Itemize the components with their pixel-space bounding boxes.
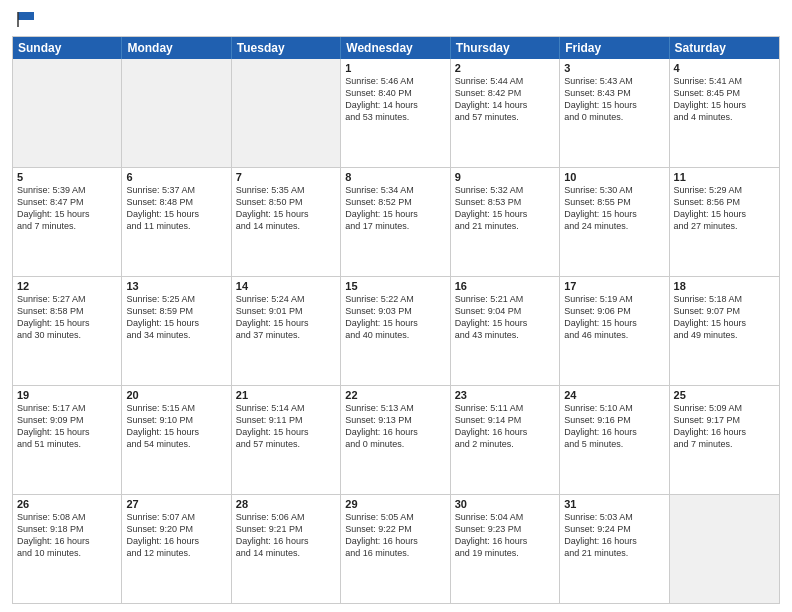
cal-cell-2-2: 14Sunrise: 5:24 AM Sunset: 9:01 PM Dayli… [232,277,341,385]
cal-cell-3-0: 19Sunrise: 5:17 AM Sunset: 9:09 PM Dayli… [13,386,122,494]
cal-cell-0-1 [122,59,231,167]
cal-cell-0-2 [232,59,341,167]
cal-week-3: 19Sunrise: 5:17 AM Sunset: 9:09 PM Dayli… [13,386,779,495]
day-number: 17 [564,280,664,292]
day-number: 2 [455,62,555,74]
day-info: Sunrise: 5:29 AM Sunset: 8:56 PM Dayligh… [674,184,775,233]
cal-cell-0-4: 2Sunrise: 5:44 AM Sunset: 8:42 PM Daylig… [451,59,560,167]
day-number: 4 [674,62,775,74]
cal-cell-2-4: 16Sunrise: 5:21 AM Sunset: 9:04 PM Dayli… [451,277,560,385]
day-info: Sunrise: 5:21 AM Sunset: 9:04 PM Dayligh… [455,293,555,342]
day-info: Sunrise: 5:34 AM Sunset: 8:52 PM Dayligh… [345,184,445,233]
cal-header-friday: Friday [560,37,669,59]
cal-cell-0-3: 1Sunrise: 5:46 AM Sunset: 8:40 PM Daylig… [341,59,450,167]
cal-header-monday: Monday [122,37,231,59]
day-number: 27 [126,498,226,510]
cal-cell-0-0 [13,59,122,167]
day-number: 31 [564,498,664,510]
day-number: 28 [236,498,336,510]
day-number: 5 [17,171,117,183]
cal-cell-2-6: 18Sunrise: 5:18 AM Sunset: 9:07 PM Dayli… [670,277,779,385]
cal-cell-2-1: 13Sunrise: 5:25 AM Sunset: 8:59 PM Dayli… [122,277,231,385]
cal-header-tuesday: Tuesday [232,37,341,59]
cal-week-2: 12Sunrise: 5:27 AM Sunset: 8:58 PM Dayli… [13,277,779,386]
cal-cell-4-5: 31Sunrise: 5:03 AM Sunset: 9:24 PM Dayli… [560,495,669,603]
day-number: 18 [674,280,775,292]
cal-header-sunday: Sunday [13,37,122,59]
day-number: 6 [126,171,226,183]
day-info: Sunrise: 5:32 AM Sunset: 8:53 PM Dayligh… [455,184,555,233]
day-info: Sunrise: 5:03 AM Sunset: 9:24 PM Dayligh… [564,511,664,560]
day-info: Sunrise: 5:27 AM Sunset: 8:58 PM Dayligh… [17,293,117,342]
day-number: 15 [345,280,445,292]
day-number: 8 [345,171,445,183]
cal-cell-2-5: 17Sunrise: 5:19 AM Sunset: 9:06 PM Dayli… [560,277,669,385]
day-info: Sunrise: 5:30 AM Sunset: 8:55 PM Dayligh… [564,184,664,233]
day-number: 26 [17,498,117,510]
day-info: Sunrise: 5:44 AM Sunset: 8:42 PM Dayligh… [455,75,555,124]
calendar: SundayMondayTuesdayWednesdayThursdayFrid… [12,36,780,604]
cal-header-saturday: Saturday [670,37,779,59]
cal-cell-1-4: 9Sunrise: 5:32 AM Sunset: 8:53 PM Daylig… [451,168,560,276]
logo [12,10,36,28]
header [12,10,780,28]
day-number: 16 [455,280,555,292]
day-info: Sunrise: 5:25 AM Sunset: 8:59 PM Dayligh… [126,293,226,342]
day-info: Sunrise: 5:43 AM Sunset: 8:43 PM Dayligh… [564,75,664,124]
cal-week-1: 5Sunrise: 5:39 AM Sunset: 8:47 PM Daylig… [13,168,779,277]
cal-cell-4-0: 26Sunrise: 5:08 AM Sunset: 9:18 PM Dayli… [13,495,122,603]
calendar-body: 1Sunrise: 5:46 AM Sunset: 8:40 PM Daylig… [13,59,779,603]
day-number: 12 [17,280,117,292]
day-number: 9 [455,171,555,183]
cal-cell-0-5: 3Sunrise: 5:43 AM Sunset: 8:43 PM Daylig… [560,59,669,167]
logo-flag-icon [14,10,36,28]
day-info: Sunrise: 5:08 AM Sunset: 9:18 PM Dayligh… [17,511,117,560]
day-number: 21 [236,389,336,401]
day-info: Sunrise: 5:35 AM Sunset: 8:50 PM Dayligh… [236,184,336,233]
day-info: Sunrise: 5:09 AM Sunset: 9:17 PM Dayligh… [674,402,775,451]
day-info: Sunrise: 5:07 AM Sunset: 9:20 PM Dayligh… [126,511,226,560]
day-info: Sunrise: 5:15 AM Sunset: 9:10 PM Dayligh… [126,402,226,451]
cal-cell-2-3: 15Sunrise: 5:22 AM Sunset: 9:03 PM Dayli… [341,277,450,385]
cal-cell-4-2: 28Sunrise: 5:06 AM Sunset: 9:21 PM Dayli… [232,495,341,603]
day-info: Sunrise: 5:10 AM Sunset: 9:16 PM Dayligh… [564,402,664,451]
day-number: 3 [564,62,664,74]
day-info: Sunrise: 5:19 AM Sunset: 9:06 PM Dayligh… [564,293,664,342]
day-number: 13 [126,280,226,292]
calendar-header-row: SundayMondayTuesdayWednesdayThursdayFrid… [13,37,779,59]
cal-cell-1-1: 6Sunrise: 5:37 AM Sunset: 8:48 PM Daylig… [122,168,231,276]
cal-cell-3-4: 23Sunrise: 5:11 AM Sunset: 9:14 PM Dayli… [451,386,560,494]
cal-cell-3-2: 21Sunrise: 5:14 AM Sunset: 9:11 PM Dayli… [232,386,341,494]
cal-cell-1-2: 7Sunrise: 5:35 AM Sunset: 8:50 PM Daylig… [232,168,341,276]
cal-cell-1-0: 5Sunrise: 5:39 AM Sunset: 8:47 PM Daylig… [13,168,122,276]
page-container: SundayMondayTuesdayWednesdayThursdayFrid… [0,0,792,612]
cal-header-thursday: Thursday [451,37,560,59]
cal-cell-1-6: 11Sunrise: 5:29 AM Sunset: 8:56 PM Dayli… [670,168,779,276]
day-number: 23 [455,389,555,401]
day-number: 24 [564,389,664,401]
day-number: 1 [345,62,445,74]
day-number: 30 [455,498,555,510]
day-info: Sunrise: 5:41 AM Sunset: 8:45 PM Dayligh… [674,75,775,124]
day-info: Sunrise: 5:17 AM Sunset: 9:09 PM Dayligh… [17,402,117,451]
day-info: Sunrise: 5:05 AM Sunset: 9:22 PM Dayligh… [345,511,445,560]
day-info: Sunrise: 5:14 AM Sunset: 9:11 PM Dayligh… [236,402,336,451]
day-number: 20 [126,389,226,401]
cal-week-4: 26Sunrise: 5:08 AM Sunset: 9:18 PM Dayli… [13,495,779,603]
cal-cell-1-3: 8Sunrise: 5:34 AM Sunset: 8:52 PM Daylig… [341,168,450,276]
day-info: Sunrise: 5:04 AM Sunset: 9:23 PM Dayligh… [455,511,555,560]
cal-cell-0-6: 4Sunrise: 5:41 AM Sunset: 8:45 PM Daylig… [670,59,779,167]
cal-cell-4-3: 29Sunrise: 5:05 AM Sunset: 9:22 PM Dayli… [341,495,450,603]
day-info: Sunrise: 5:11 AM Sunset: 9:14 PM Dayligh… [455,402,555,451]
day-info: Sunrise: 5:46 AM Sunset: 8:40 PM Dayligh… [345,75,445,124]
cal-cell-4-6 [670,495,779,603]
cal-cell-3-1: 20Sunrise: 5:15 AM Sunset: 9:10 PM Dayli… [122,386,231,494]
day-info: Sunrise: 5:13 AM Sunset: 9:13 PM Dayligh… [345,402,445,451]
day-info: Sunrise: 5:37 AM Sunset: 8:48 PM Dayligh… [126,184,226,233]
cal-cell-3-6: 25Sunrise: 5:09 AM Sunset: 9:17 PM Dayli… [670,386,779,494]
cal-cell-2-0: 12Sunrise: 5:27 AM Sunset: 8:58 PM Dayli… [13,277,122,385]
day-info: Sunrise: 5:24 AM Sunset: 9:01 PM Dayligh… [236,293,336,342]
cal-header-wednesday: Wednesday [341,37,450,59]
day-info: Sunrise: 5:18 AM Sunset: 9:07 PM Dayligh… [674,293,775,342]
day-number: 29 [345,498,445,510]
